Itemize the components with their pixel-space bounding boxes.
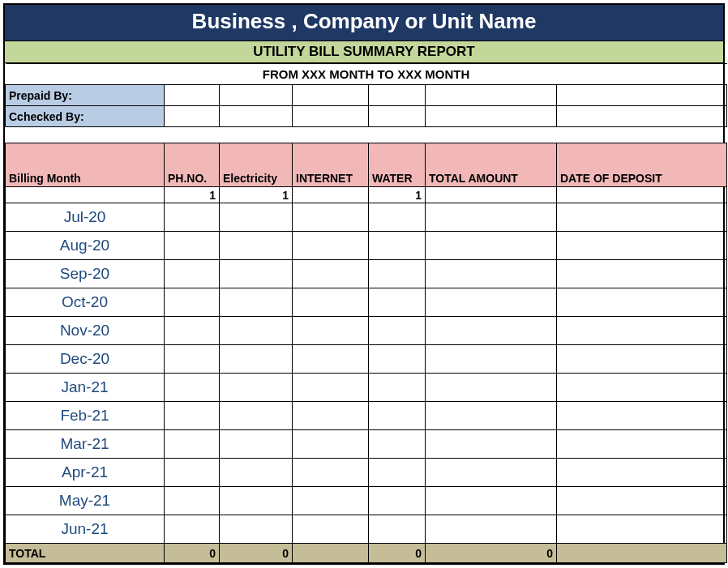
cell[interactable] (557, 260, 727, 288)
cell[interactable] (293, 260, 369, 288)
cell[interactable] (369, 374, 426, 402)
cell[interactable] (293, 288, 369, 317)
cell[interactable] (165, 232, 220, 260)
month-cell[interactable]: Jul-20 (6, 203, 165, 232)
cell[interactable] (426, 515, 557, 544)
cell[interactable] (557, 288, 727, 317)
cell[interactable] (293, 459, 369, 487)
cell[interactable] (220, 374, 293, 402)
cell[interactable] (369, 288, 426, 317)
cell[interactable] (165, 459, 220, 487)
cell[interactable] (426, 374, 557, 402)
cell[interactable] (293, 187, 369, 203)
cell[interactable] (369, 402, 426, 430)
cell[interactable] (369, 515, 426, 544)
month-cell[interactable]: Oct-20 (6, 288, 165, 317)
cell-ph-no-1[interactable]: 1 (165, 187, 220, 203)
cell[interactable] (220, 430, 293, 459)
cell[interactable] (220, 317, 293, 345)
cell[interactable] (165, 430, 220, 459)
cell[interactable] (293, 345, 369, 374)
cell[interactable] (220, 288, 293, 317)
cell-water-1[interactable]: 1 (369, 187, 426, 203)
cell-electricity-1[interactable]: 1 (220, 187, 293, 203)
month-cell[interactable]: Jan-21 (6, 374, 165, 402)
cell[interactable] (165, 487, 220, 515)
cell[interactable] (557, 374, 727, 402)
cell[interactable] (293, 85, 369, 106)
cell[interactable] (369, 106, 426, 127)
cell[interactable] (557, 187, 727, 203)
cell[interactable] (220, 515, 293, 544)
cell[interactable] (426, 345, 557, 374)
cell[interactable] (426, 459, 557, 487)
cell[interactable] (557, 106, 727, 127)
cell[interactable] (426, 232, 557, 260)
month-cell[interactable]: Nov-20 (6, 317, 165, 345)
cell[interactable] (293, 317, 369, 345)
cell[interactable] (220, 402, 293, 430)
cell[interactable] (293, 203, 369, 232)
cell[interactable] (557, 232, 727, 260)
cell[interactable] (557, 85, 727, 106)
cell[interactable] (426, 430, 557, 459)
cell[interactable] (557, 402, 727, 430)
cell[interactable] (369, 430, 426, 459)
cell[interactable] (426, 288, 557, 317)
cell[interactable] (426, 487, 557, 515)
cell[interactable] (293, 402, 369, 430)
cell[interactable] (165, 515, 220, 544)
cell[interactable] (165, 374, 220, 402)
cell[interactable] (293, 515, 369, 544)
cell[interactable] (220, 260, 293, 288)
month-cell[interactable]: May-21 (6, 487, 165, 515)
cell[interactable] (369, 260, 426, 288)
cell[interactable] (220, 203, 293, 232)
cell[interactable] (557, 515, 727, 544)
cell[interactable] (557, 345, 727, 374)
cell[interactable] (369, 345, 426, 374)
cell[interactable] (220, 232, 293, 260)
cell[interactable] (426, 85, 557, 106)
cell[interactable] (165, 203, 220, 232)
cell[interactable] (6, 187, 165, 203)
cell[interactable] (220, 85, 293, 106)
cell[interactable] (220, 459, 293, 487)
cell[interactable] (165, 260, 220, 288)
month-cell[interactable]: Jun-21 (6, 515, 165, 544)
cell[interactable] (426, 317, 557, 345)
month-cell[interactable]: Dec-20 (6, 345, 165, 374)
cell[interactable] (293, 487, 369, 515)
cell[interactable] (165, 85, 220, 106)
cell[interactable] (557, 317, 727, 345)
cell[interactable] (557, 203, 727, 232)
cell[interactable] (165, 288, 220, 317)
month-cell[interactable]: Aug-20 (6, 232, 165, 260)
month-cell[interactable]: Mar-21 (6, 430, 165, 459)
month-cell[interactable]: Apr-21 (6, 459, 165, 487)
cell[interactable] (293, 232, 369, 260)
cell[interactable] (293, 430, 369, 459)
cell[interactable] (369, 203, 426, 232)
cell[interactable] (220, 106, 293, 127)
cell[interactable] (165, 345, 220, 374)
cell[interactable] (293, 106, 369, 127)
cell[interactable] (165, 317, 220, 345)
cell[interactable] (165, 402, 220, 430)
cell[interactable] (293, 374, 369, 402)
cell[interactable] (557, 487, 727, 515)
cell[interactable] (426, 187, 557, 203)
cell[interactable] (369, 317, 426, 345)
cell[interactable] (426, 402, 557, 430)
cell[interactable] (557, 459, 727, 487)
month-cell[interactable]: Feb-21 (6, 402, 165, 430)
cell[interactable] (220, 345, 293, 374)
month-cell[interactable]: Sep-20 (6, 260, 165, 288)
cell[interactable] (426, 106, 557, 127)
cell[interactable] (165, 106, 220, 127)
cell[interactable] (426, 260, 557, 288)
cell[interactable] (369, 487, 426, 515)
cell[interactable] (220, 487, 293, 515)
cell[interactable] (426, 203, 557, 232)
cell[interactable] (369, 85, 426, 106)
